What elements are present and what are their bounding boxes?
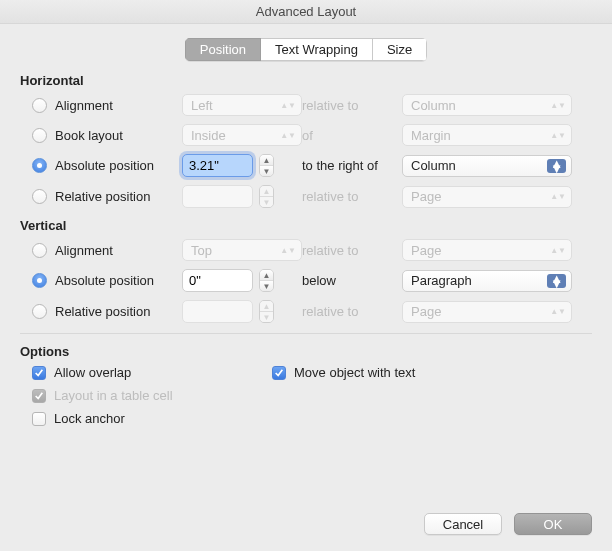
section-horizontal: Horizontal bbox=[20, 73, 592, 88]
chevron-updown-icon: ▲▼ bbox=[550, 248, 566, 253]
section-vertical: Vertical bbox=[20, 218, 592, 233]
h-book-rel-value: Margin bbox=[411, 128, 451, 143]
h-alignment-select: Left ▲▼ bbox=[182, 94, 302, 116]
h-rel-radio[interactable]: Relative position bbox=[32, 189, 182, 204]
lock-anchor-label: Lock anchor bbox=[54, 411, 125, 426]
v-alignment-radio[interactable]: Alignment bbox=[32, 243, 182, 258]
section-options: Options bbox=[20, 344, 592, 359]
h-book-radio[interactable]: Book layout bbox=[32, 128, 182, 143]
v-rel-label: Relative position bbox=[55, 304, 150, 319]
chevron-updown-icon: ▲▼ bbox=[550, 309, 566, 314]
v-alignment-value: Top bbox=[191, 243, 212, 258]
v-alignment-rel-select: Page ▲▼ bbox=[402, 239, 572, 261]
stepper-icon: ▲▼ bbox=[259, 185, 274, 208]
tab-text-wrapping[interactable]: Text Wrapping bbox=[261, 38, 373, 61]
v-alignment-label: Alignment bbox=[55, 243, 113, 258]
chevron-updown-icon: ▲▼ bbox=[550, 103, 566, 108]
chevron-updown-icon: ▲▼ bbox=[280, 248, 296, 253]
h-abs-label: Absolute position bbox=[55, 158, 154, 173]
h-rel-label: Relative position bbox=[55, 189, 150, 204]
v-rel-rel-select: Page ▲▼ bbox=[402, 301, 572, 323]
stepper-icon[interactable]: ▲▼ bbox=[259, 269, 274, 292]
tab-position[interactable]: Position bbox=[185, 38, 261, 61]
checkbox-icon bbox=[32, 412, 46, 426]
radio-checked-icon bbox=[32, 273, 47, 288]
stepper-icon: ▲▼ bbox=[259, 300, 274, 323]
chevron-updown-icon: ▲▼ bbox=[280, 103, 296, 108]
v-abs-label: Absolute position bbox=[55, 273, 154, 288]
move-with-text-label: Move object with text bbox=[294, 365, 415, 380]
radio-icon bbox=[32, 98, 47, 113]
h-book-value: Inside bbox=[191, 128, 226, 143]
radio-icon bbox=[32, 189, 47, 204]
radio-icon bbox=[32, 243, 47, 258]
v-alignment-select: Top ▲▼ bbox=[182, 239, 302, 261]
radio-icon bbox=[32, 128, 47, 143]
v-alignment-rel-label: relative to bbox=[302, 243, 402, 258]
h-rel-rel-select: Page ▲▼ bbox=[402, 186, 572, 208]
overlap-checkbox[interactable]: Allow overlap bbox=[32, 365, 272, 380]
h-book-rel-select: Margin ▲▼ bbox=[402, 124, 572, 146]
ok-button[interactable]: OK bbox=[514, 513, 592, 535]
h-book-label: Book layout bbox=[55, 128, 123, 143]
checkbox-checked-icon bbox=[32, 366, 46, 380]
v-abs-rel-label: below bbox=[302, 273, 402, 288]
v-rel-radio[interactable]: Relative position bbox=[32, 304, 182, 319]
v-abs-rel-select[interactable]: Paragraph ▲▼ bbox=[402, 270, 572, 292]
move-with-text-checkbox[interactable]: Move object with text bbox=[272, 365, 532, 380]
h-rel-stepper: ▲▼ bbox=[182, 185, 274, 208]
h-abs-radio[interactable]: Absolute position bbox=[32, 158, 182, 173]
checkbox-checked-disabled-icon bbox=[32, 389, 46, 403]
v-alignment-rel-value: Page bbox=[411, 243, 441, 258]
v-abs-input[interactable] bbox=[182, 269, 253, 292]
divider bbox=[20, 333, 592, 334]
h-abs-stepper[interactable]: ▲▼ bbox=[182, 154, 274, 177]
h-alignment-radio[interactable]: Alignment bbox=[32, 98, 182, 113]
cancel-button[interactable]: Cancel bbox=[424, 513, 502, 535]
tab-size[interactable]: Size bbox=[373, 38, 427, 61]
overlap-label: Allow overlap bbox=[54, 365, 131, 380]
h-abs-rel-label: to the right of bbox=[302, 158, 402, 173]
v-rel-rel-value: Page bbox=[411, 304, 441, 319]
h-alignment-rel-select: Column ▲▼ bbox=[402, 94, 572, 116]
v-abs-radio[interactable]: Absolute position bbox=[32, 273, 182, 288]
v-rel-stepper: ▲▼ bbox=[182, 300, 274, 323]
h-rel-input bbox=[182, 185, 253, 208]
h-alignment-value: Left bbox=[191, 98, 213, 113]
radio-icon bbox=[32, 304, 47, 319]
chevron-updown-icon: ▲▼ bbox=[550, 194, 566, 199]
footer-buttons: Cancel OK bbox=[424, 513, 592, 535]
layout-in-table-checkbox: Layout in a table cell bbox=[32, 388, 272, 403]
h-book-rel-label: of bbox=[302, 128, 402, 143]
tab-bar: Position Text Wrapping Size bbox=[185, 38, 427, 61]
v-rel-rel-label: relative to bbox=[302, 304, 402, 319]
h-abs-rel-select[interactable]: Column ▲▼ bbox=[402, 155, 572, 177]
chevron-updown-icon: ▲▼ bbox=[547, 159, 566, 173]
h-alignment-rel-label: relative to bbox=[302, 98, 402, 113]
chevron-updown-icon: ▲▼ bbox=[550, 133, 566, 138]
chevron-updown-icon: ▲▼ bbox=[547, 274, 566, 288]
h-alignment-rel-value: Column bbox=[411, 98, 456, 113]
v-abs-stepper[interactable]: ▲▼ bbox=[182, 269, 274, 292]
checkbox-checked-icon bbox=[272, 366, 286, 380]
h-book-select: Inside ▲▼ bbox=[182, 124, 302, 146]
layout-in-table-label: Layout in a table cell bbox=[54, 388, 173, 403]
h-rel-rel-label: relative to bbox=[302, 189, 402, 204]
h-abs-rel-value: Column bbox=[411, 158, 456, 173]
h-rel-rel-value: Page bbox=[411, 189, 441, 204]
v-rel-input bbox=[182, 300, 253, 323]
lock-anchor-checkbox[interactable]: Lock anchor bbox=[32, 411, 272, 426]
v-abs-rel-value: Paragraph bbox=[411, 273, 472, 288]
window-title: Advanced Layout bbox=[0, 0, 612, 24]
h-abs-input[interactable] bbox=[182, 154, 253, 177]
radio-checked-icon bbox=[32, 158, 47, 173]
h-alignment-label: Alignment bbox=[55, 98, 113, 113]
chevron-updown-icon: ▲▼ bbox=[280, 133, 296, 138]
stepper-icon[interactable]: ▲▼ bbox=[259, 154, 274, 177]
